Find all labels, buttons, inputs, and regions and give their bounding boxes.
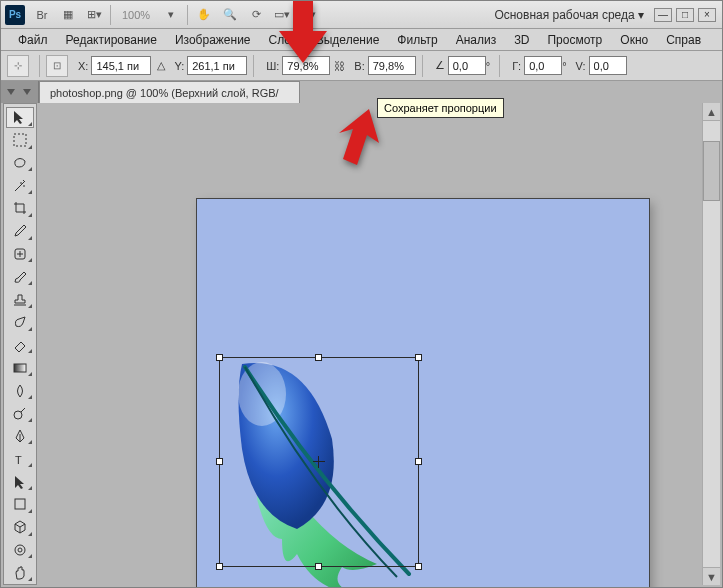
svg-text:T: T bbox=[15, 454, 22, 466]
maximize-button[interactable]: □ bbox=[676, 8, 694, 22]
annotation-arrow-top bbox=[273, 1, 333, 71]
svg-point-9 bbox=[18, 548, 22, 552]
stamp-tool[interactable] bbox=[6, 289, 34, 310]
document-tab-title: photoshop.png @ 100% (Верхний слой, RGB/ bbox=[50, 87, 279, 99]
tab-handle[interactable] bbox=[1, 81, 39, 103]
options-bar: ⊹ ⊡ X: △ Y: Ш: ⛓ В: ∠ ° Г: ° V: bbox=[1, 51, 722, 81]
menu-analysis[interactable]: Анализ bbox=[447, 30, 506, 50]
svg-point-5 bbox=[14, 411, 22, 419]
separator bbox=[39, 55, 40, 77]
3d-tool[interactable] bbox=[6, 517, 34, 538]
marquee-tool[interactable] bbox=[6, 130, 34, 151]
angle-icon: ∠ bbox=[435, 59, 445, 72]
handle-top-mid[interactable] bbox=[315, 354, 322, 361]
menu-window[interactable]: Окно bbox=[611, 30, 657, 50]
hand-tool[interactable] bbox=[6, 562, 34, 583]
menu-3d[interactable]: 3D bbox=[505, 30, 538, 50]
svg-rect-2 bbox=[14, 134, 26, 146]
skew-h-input[interactable] bbox=[524, 56, 562, 75]
height-input[interactable] bbox=[368, 56, 416, 75]
handle-mid-right[interactable] bbox=[415, 458, 422, 465]
canvas-area bbox=[39, 103, 720, 585]
angle-unit: ° bbox=[486, 60, 490, 72]
canvas[interactable] bbox=[197, 199, 649, 588]
dodge-tool[interactable] bbox=[6, 403, 34, 424]
menu-bar: Файл Редактирование Изображение Слои Выд… bbox=[1, 29, 722, 51]
vertical-scrollbar[interactable]: ▲ ▼ bbox=[702, 103, 720, 585]
gradient-tool[interactable] bbox=[6, 357, 34, 378]
3d-camera-tool[interactable] bbox=[6, 540, 34, 561]
zoom-dropdown-icon[interactable]: ▾ bbox=[159, 4, 183, 26]
svg-marker-12 bbox=[339, 109, 379, 165]
skew-h-unit: ° bbox=[562, 60, 566, 72]
brush-tool[interactable] bbox=[6, 266, 34, 287]
svg-marker-11 bbox=[279, 1, 327, 63]
zoom-tool-icon[interactable]: 🔍 bbox=[218, 4, 242, 26]
separator bbox=[253, 55, 254, 77]
separator bbox=[422, 55, 423, 77]
view-extras-icon[interactable]: ⊞▾ bbox=[82, 4, 106, 26]
type-tool[interactable]: T bbox=[6, 448, 34, 469]
scroll-down-icon[interactable]: ▼ bbox=[703, 567, 720, 585]
angle-input[interactable] bbox=[448, 56, 486, 75]
magic-wand-tool[interactable] bbox=[6, 175, 34, 196]
eraser-tool[interactable] bbox=[6, 335, 34, 356]
minimize-button[interactable]: — bbox=[654, 8, 672, 22]
document-tab[interactable]: photoshop.png @ 100% (Верхний слой, RGB/ bbox=[39, 81, 300, 103]
skew-v-input[interactable] bbox=[589, 56, 627, 75]
handle-mid-left[interactable] bbox=[216, 458, 223, 465]
handle-top-left[interactable] bbox=[216, 354, 223, 361]
skew-v-label: V: bbox=[576, 60, 586, 72]
reference-point-icon[interactable]: ⊡ bbox=[46, 55, 68, 77]
title-bar: Ps Br ▦ ⊞▾ 100% ▾ ✋ 🔍 ⟳ ▭▾ ▣▾ Основная р… bbox=[1, 1, 722, 29]
transform-center-icon[interactable] bbox=[315, 458, 323, 466]
svg-point-8 bbox=[15, 545, 25, 555]
transform-tool-preset-icon[interactable]: ⊹ bbox=[7, 55, 29, 77]
workspace-switcher[interactable]: Основная рабочая среда ▾ bbox=[494, 8, 652, 22]
transform-bounding-box[interactable] bbox=[219, 357, 419, 567]
handle-bot-mid[interactable] bbox=[315, 563, 322, 570]
bridge-icon[interactable]: Br bbox=[30, 4, 54, 26]
crop-tool[interactable] bbox=[6, 198, 34, 219]
document-tabs: photoshop.png @ 100% (Верхний слой, RGB/ bbox=[1, 81, 722, 103]
move-tool[interactable] bbox=[6, 107, 34, 128]
path-selection-tool[interactable] bbox=[6, 471, 34, 492]
menu-edit[interactable]: Редактирование bbox=[57, 30, 166, 50]
height-label: В: bbox=[354, 60, 364, 72]
menu-image[interactable]: Изображение bbox=[166, 30, 260, 50]
y-input[interactable] bbox=[187, 56, 247, 75]
triangle-icon[interactable]: △ bbox=[157, 59, 165, 72]
scroll-thumb[interactable] bbox=[703, 141, 720, 201]
zoom-level[interactable]: 100% bbox=[114, 9, 158, 21]
lasso-tool[interactable] bbox=[6, 153, 34, 174]
y-label: Y: bbox=[174, 60, 184, 72]
shape-tool[interactable] bbox=[6, 494, 34, 515]
eyedropper-tool[interactable] bbox=[6, 221, 34, 242]
pen-tool[interactable] bbox=[6, 426, 34, 447]
hand-tool-icon[interactable]: ✋ bbox=[192, 4, 216, 26]
annotation-arrow-bottom bbox=[331, 109, 391, 169]
separator bbox=[187, 5, 188, 25]
separator bbox=[499, 55, 500, 77]
blur-tool[interactable] bbox=[6, 380, 34, 401]
menu-file[interactable]: Файл bbox=[9, 30, 57, 50]
link-icon[interactable]: ⛓ bbox=[332, 57, 346, 75]
tool-panel: T bbox=[3, 103, 37, 585]
svg-marker-0 bbox=[7, 89, 15, 95]
rotate-view-icon[interactable]: ⟳ bbox=[244, 4, 268, 26]
handle-bot-left[interactable] bbox=[216, 563, 223, 570]
history-brush-tool[interactable] bbox=[6, 312, 34, 333]
healing-brush-tool[interactable] bbox=[6, 244, 34, 265]
menu-view[interactable]: Просмотр bbox=[538, 30, 611, 50]
close-button[interactable]: × bbox=[698, 8, 716, 22]
mini-bridge-icon[interactable]: ▦ bbox=[56, 4, 80, 26]
handle-top-right[interactable] bbox=[415, 354, 422, 361]
app-logo: Ps bbox=[5, 5, 25, 25]
x-input[interactable] bbox=[91, 56, 151, 75]
scroll-up-icon[interactable]: ▲ bbox=[703, 103, 720, 121]
x-label: X: bbox=[78, 60, 88, 72]
handle-bot-right[interactable] bbox=[415, 563, 422, 570]
menu-help[interactable]: Справ bbox=[657, 30, 710, 50]
svg-marker-1 bbox=[23, 89, 31, 95]
menu-filter[interactable]: Фильтр bbox=[388, 30, 446, 50]
